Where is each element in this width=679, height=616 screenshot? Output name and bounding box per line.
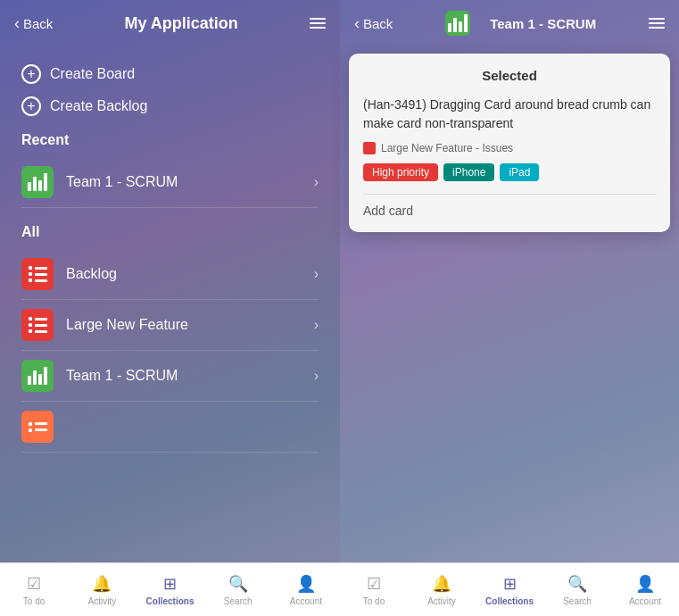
menu-line-2 bbox=[649, 22, 665, 24]
list-item[interactable] bbox=[21, 402, 319, 453]
scrum-bar-3 bbox=[459, 21, 462, 32]
card-popup-text: (Han-3491) Dragging Card around bread cr… bbox=[363, 96, 656, 133]
back-chevron-icon: ‹ bbox=[14, 14, 20, 33]
chevron-right-icon: › bbox=[314, 266, 319, 282]
right-scrum-icon bbox=[445, 11, 470, 36]
right-back-button[interactable]: ‹ Back bbox=[354, 14, 393, 33]
card-label-text: Large New Feature - Issues bbox=[381, 142, 513, 154]
all-section-title: All bbox=[21, 224, 319, 240]
list-line bbox=[35, 422, 47, 425]
nav-account-label-left: Account bbox=[290, 596, 322, 606]
list-icon-more bbox=[29, 422, 47, 432]
bell-icon-right: 🔔 bbox=[432, 574, 451, 594]
person-icon-right: 👤 bbox=[635, 574, 655, 594]
backlog-label: Backlog bbox=[66, 266, 314, 282]
tag-high-priority: High priority bbox=[363, 163, 438, 181]
nav-account-right[interactable]: 👤 Account bbox=[611, 574, 679, 606]
scrum-bar-4 bbox=[44, 173, 47, 191]
list-line bbox=[35, 330, 47, 333]
nav-todo-label-left: To do bbox=[23, 596, 45, 606]
nav-collections-right[interactable]: ⊞ Collections bbox=[476, 574, 543, 606]
nav-todo-right[interactable]: ☑ To do bbox=[340, 574, 408, 606]
left-back-button[interactable]: ‹ Back bbox=[14, 14, 53, 33]
scrum-bar-4 bbox=[464, 14, 468, 32]
nav-activity-label-left: Activity bbox=[87, 596, 116, 606]
selected-card-popup: Selected (Han-3491) Dragging Card around… bbox=[349, 54, 670, 232]
menu-line-2 bbox=[310, 22, 326, 24]
add-card-button[interactable]: Add card bbox=[363, 204, 656, 218]
list-item[interactable]: Team 1 - SCRUM › bbox=[21, 157, 319, 208]
large-feature-label: Large New Feature bbox=[66, 317, 314, 333]
list-row bbox=[29, 429, 47, 432]
bell-icon: 🔔 bbox=[92, 574, 112, 594]
list-row bbox=[29, 272, 47, 276]
menu-line-1 bbox=[310, 18, 326, 20]
nav-account-label-right: Account bbox=[629, 596, 661, 606]
nav-activity-label-right: Activity bbox=[427, 596, 456, 606]
collections-icon: ⊞ bbox=[163, 574, 177, 594]
scrum-bars bbox=[28, 173, 47, 191]
nav-collections-left[interactable]: ⊞ Collections bbox=[136, 574, 203, 606]
team1-all-label: Team 1 - SCRUM bbox=[66, 368, 314, 384]
scrum-bar-1 bbox=[28, 182, 31, 191]
scrum-bar-2 bbox=[33, 177, 37, 191]
left-back-label: Back bbox=[23, 16, 53, 31]
list-item[interactable]: Team 1 - SCRUM › bbox=[21, 351, 319, 402]
left-header-title: My Application bbox=[125, 14, 238, 33]
create-backlog-button[interactable]: + Create Backlog bbox=[21, 96, 319, 116]
left-bottom-nav: ☑ To do 🔔 Activity ⊞ Collections 🔍 Searc… bbox=[0, 562, 340, 616]
recent-section-title: Recent bbox=[21, 132, 319, 148]
card-label-dot bbox=[363, 142, 376, 154]
large-feature-icon bbox=[21, 309, 54, 341]
scrum-bar-1 bbox=[28, 376, 31, 385]
list-dot bbox=[29, 272, 32, 276]
list-line bbox=[35, 324, 47, 327]
menu-line-3 bbox=[649, 27, 665, 29]
nav-search-label-right: Search bbox=[563, 596, 592, 606]
right-bottom-nav: ☑ To do 🔔 Activity ⊞ Collections 🔍 Searc… bbox=[340, 562, 679, 616]
list-row bbox=[29, 266, 47, 270]
nav-search-left[interactable]: 🔍 Search bbox=[204, 574, 272, 606]
list-icon-backlog bbox=[29, 266, 47, 282]
list-item[interactable]: Large New Feature › bbox=[21, 300, 319, 351]
right-panel: ‹ Back Team 1 - SCRUM Selected (Han-3491… bbox=[340, 0, 679, 616]
nav-search-right[interactable]: 🔍 Search bbox=[543, 574, 611, 606]
left-menu-button[interactable] bbox=[310, 18, 326, 29]
scrum-bar-4 bbox=[44, 367, 47, 385]
nav-activity-left[interactable]: 🔔 Activity bbox=[68, 574, 136, 606]
left-panel: ‹ Back My Application + Create Board + C… bbox=[0, 0, 340, 616]
list-row bbox=[29, 422, 47, 426]
list-row bbox=[29, 317, 47, 320]
nav-search-label-left: Search bbox=[224, 596, 253, 606]
scrum-bar-3 bbox=[38, 374, 42, 385]
list-item[interactable]: Backlog › bbox=[21, 249, 319, 300]
back-chevron-right-icon: ‹ bbox=[354, 14, 360, 33]
create-board-label: Create Board bbox=[50, 66, 135, 82]
card-popup-title: Selected bbox=[363, 68, 656, 83]
collections-icon-right: ⊞ bbox=[503, 574, 517, 594]
scrum-bar-2 bbox=[453, 18, 457, 32]
card-label-row: Large New Feature - Issues bbox=[363, 142, 656, 154]
nav-todo-left[interactable]: ☑ To do bbox=[0, 574, 68, 606]
create-backlog-label: Create Backlog bbox=[50, 98, 147, 114]
nav-account-left[interactable]: 👤 Account bbox=[272, 574, 340, 606]
create-board-button[interactable]: + Create Board bbox=[21, 64, 319, 84]
right-back-label: Back bbox=[363, 16, 393, 31]
backlog-icon bbox=[21, 258, 54, 290]
scrum-icon bbox=[21, 166, 54, 198]
menu-line-1 bbox=[649, 18, 665, 20]
right-menu-button[interactable] bbox=[649, 18, 665, 29]
person-icon: 👤 bbox=[296, 574, 316, 594]
nav-activity-right[interactable]: 🔔 Activity bbox=[408, 574, 476, 606]
right-header-title: Team 1 - SCRUM bbox=[490, 16, 596, 31]
list-dot bbox=[29, 422, 32, 426]
list-dot bbox=[29, 317, 32, 320]
list-dot bbox=[29, 279, 32, 282]
more-icon bbox=[21, 411, 54, 443]
right-header-title-group: Team 1 - SCRUM bbox=[445, 11, 596, 36]
create-backlog-icon: + bbox=[21, 96, 41, 116]
scrum-bars bbox=[448, 14, 468, 32]
list-line bbox=[35, 318, 47, 320]
search-icon: 🔍 bbox=[228, 574, 248, 594]
scrum-bar-1 bbox=[448, 23, 451, 32]
